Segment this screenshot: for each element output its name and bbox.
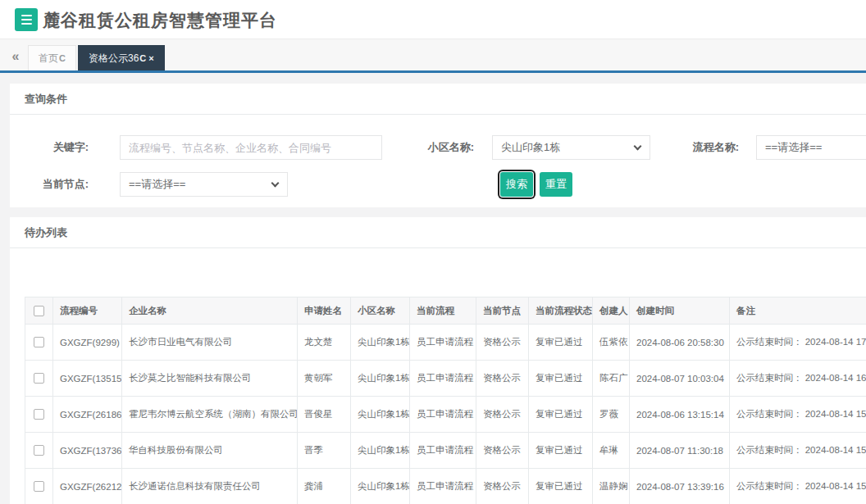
select-all-checkbox[interactable] [34,306,44,316]
reset-button[interactable]: 重置 [540,172,572,197]
cell-6: 复审已通过 [529,325,593,361]
cell-0: GXGZF(13515) [53,361,122,397]
table-head: 流程编号企业名称申请姓名小区名称当前流程当前节点当前流程状态创建人创建时间备注 [25,297,866,325]
menu-toggle-button[interactable] [15,8,38,31]
close-icon[interactable]: × [148,53,153,63]
table-body: GXGZF(9299)长沙市日业电气有限公司龙文楚尖山印象1栋员工申请流程资格公… [25,325,866,504]
community-select-value: 尖山印象1栋 [501,141,560,153]
cell-5: 资格公示 [476,397,529,433]
row-checkbox[interactable] [34,337,44,347]
chevron-down-icon [271,179,280,188]
cell-2: 黄朝军 [298,361,351,397]
table-row: GXGZF(26212)长沙通诺信息科技有限责任公司龚浦尖山印象1栋员工申请流程… [25,469,866,504]
cell-9: 公示结束时间： 2024-08-14 15:59:16 [730,433,866,469]
cell-7: 牟琳 [593,433,630,469]
column-header-3: 小区名称 [351,297,410,325]
cell-7: 温静娴 [593,469,630,504]
row-checkbox-cell [25,325,53,361]
column-header-8: 创建时间 [630,297,730,325]
select-all-header [25,297,53,325]
row-checkbox-cell [25,361,53,397]
query-panel: 查询条件 关键字: 小区名称: 尖山印象1栋 流程名称: ==请选择== 当前节… [10,84,866,207]
row-checkbox[interactable] [34,373,44,384]
column-header-9: 备注 [730,297,866,325]
cell-9: 公示结束时间： 2024-08-14 16:18:34 [730,361,866,397]
row-checkbox-cell [25,397,53,433]
row-checkbox[interactable] [34,481,44,492]
cell-5: 资格公示 [476,433,529,469]
cell-3: 尖山印象1栋 [351,361,410,397]
cell-3: 尖山印象1栋 [351,397,410,433]
cell-1: 长沙莫之比智能科技有限公司 [122,361,298,397]
cell-4: 员工申请流程 [410,469,476,504]
tab-qualification-label: 资格公示36 [89,52,139,64]
cell-0: GXGZF(26212) [53,469,122,504]
todo-table: 流程编号企业名称申请姓名小区名称当前流程当前节点当前流程状态创建人创建时间备注 … [25,297,866,504]
cell-6: 复审已通过 [529,433,593,469]
column-header-7: 创建人 [593,297,630,325]
collapse-tabs-icon[interactable]: « [7,48,25,66]
cell-3: 尖山印象1栋 [351,433,410,469]
cell-5: 资格公示 [476,325,529,361]
query-panel-title: 查询条件 [10,84,866,115]
keyword-input[interactable] [120,135,382,160]
process-select-value: ==请选择== [765,141,822,153]
cell-8: 2024-08-06 20:58:30 [630,325,730,361]
keyword-label: 关键字: [23,135,89,160]
cell-0: GXGZF(26186) [53,397,122,433]
cell-4: 员工申请流程 [410,433,476,469]
row-checkbox[interactable] [34,409,44,420]
cell-2: 晋季 [298,433,351,469]
cell-0: GXGZF(13736) [53,433,122,469]
table-row: GXGZF(13736)华自科技股份有限公司晋季尖山印象1栋员工申请流程资格公示… [25,433,866,469]
refresh-icon[interactable]: C [59,53,66,63]
cell-6: 复审已通过 [529,397,593,433]
cell-9: 公示结束时间： 2024-08-14 17:06:19 [730,325,866,361]
node-select[interactable]: ==请选择== [120,172,288,197]
cell-2: 晋俊星 [298,397,351,433]
row-checkbox-cell [25,469,53,504]
tab-home[interactable]: 首页C [28,45,76,70]
node-select-value: ==请选择== [129,178,185,190]
table-row: GXGZF(13515)长沙莫之比智能科技有限公司黄朝军尖山印象1栋员工申请流程… [25,361,866,397]
cell-8: 2024-08-06 13:15:14 [630,397,730,433]
cell-5: 资格公示 [476,469,529,504]
cell-4: 员工申请流程 [410,397,476,433]
cell-6: 复审已通过 [529,469,593,504]
todo-table-wrap: 流程编号企业名称申请姓名小区名称当前流程当前节点当前流程状态创建人创建时间备注 … [25,297,866,504]
cell-8: 2024-08-07 13:39:16 [630,469,730,504]
tab-bar: « 首页C 资格公示36C× [0,39,866,73]
column-header-5: 当前节点 [476,297,529,325]
table-row: GXGZF(26186)霍尼韦尔博云航空系统（湖南）有限公司晋俊星尖山印象1栋员… [25,397,866,433]
cell-1: 长沙市日业电气有限公司 [122,325,298,361]
cell-6: 复审已通过 [529,361,593,397]
cell-7: 陈石广 [593,361,630,397]
todo-panel: 待办列表 流程编号企业名称申请姓名小区名称当前流程当前节点当前流程状态创建人创建… [10,217,866,504]
row-checkbox-cell [25,433,53,469]
cell-8: 2024-08-07 10:03:04 [630,361,730,397]
refresh-icon[interactable]: C [139,53,146,63]
hamburger-icon [21,15,32,16]
cell-1: 霍尼韦尔博云航空系统（湖南）有限公司 [122,397,298,433]
row-checkbox[interactable] [34,445,44,456]
process-select[interactable]: ==请选择== [756,135,866,160]
tabs: 首页C 资格公示36C× [28,45,166,70]
column-header-1: 企业名称 [122,297,298,325]
column-header-0: 流程编号 [53,297,122,325]
todo-panel-title: 待办列表 [10,217,866,248]
node-label: 当前节点: [23,172,89,197]
tab-qualification-publicity[interactable]: 资格公示36C× [78,45,165,70]
cell-7: 伍紫依 [593,325,630,361]
app-title: 麓谷租赁公租房智慧管理平台 [43,0,277,39]
table-row: GXGZF(9299)长沙市日业电气有限公司龙文楚尖山印象1栋员工申请流程资格公… [25,325,866,361]
cell-1: 长沙通诺信息科技有限责任公司 [122,469,298,504]
search-button[interactable]: 搜索 [500,172,533,197]
cell-1: 华自科技股份有限公司 [122,433,298,469]
community-select[interactable]: 尖山印象1栋 [492,135,650,160]
cell-9: 公示结束时间： 2024-08-14 15:59:05 [730,469,866,504]
cell-2: 龚浦 [298,469,351,504]
cell-5: 资格公示 [476,361,529,397]
tab-home-label: 首页 [39,52,58,64]
cell-9: 公示结束时间： 2024-08-14 15:59:28 [730,397,866,433]
column-header-2: 申请姓名 [298,297,351,325]
